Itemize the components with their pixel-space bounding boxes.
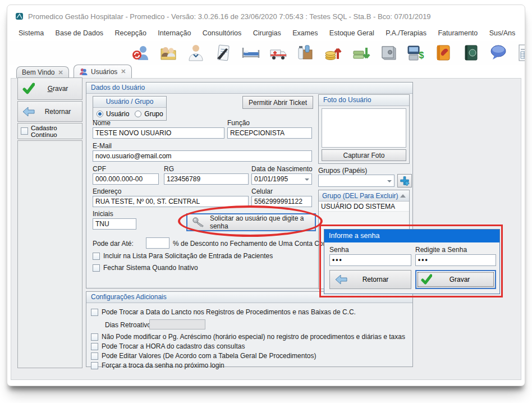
tab-close-icon[interactable]: ✕ [121, 68, 126, 75]
radio-usuario[interactable]: Usuário [97, 110, 129, 118]
tab-label: Bem Vindo [22, 68, 54, 76]
config-row: Pode Trocar a HORA do cadastro das consu… [91, 342, 245, 350]
retornar-button[interactable]: Retornar [17, 101, 82, 122]
doctor-icon[interactable] [186, 43, 205, 62]
chevron-down-icon[interactable] [305, 178, 309, 181]
funcao-label: Função [227, 119, 250, 127]
grupos-combo[interactable] [318, 175, 395, 187]
dias-retroativos-input [149, 319, 205, 329]
menu-pa-terapias[interactable]: P.A./Terapias [386, 29, 426, 37]
expense-down-icon[interactable] [351, 43, 370, 62]
grupo-list-header[interactable]: Grupo (DEL Para Excluir) [319, 190, 409, 202]
redigite-senha-input[interactable]: ••• [415, 254, 496, 266]
radio-grupo-label: Grupo [144, 110, 163, 118]
email-input[interactable]: novo.usuario@email.com [93, 150, 312, 162]
rg-input[interactable]: 123456789 [164, 173, 249, 185]
radio-grupo[interactable]: Grupo [135, 110, 163, 118]
sync-users-icon[interactable] [131, 43, 150, 62]
menu-consultorios[interactable]: Consultórios [203, 29, 241, 37]
menu-internacao[interactable]: Internação [158, 29, 191, 37]
app-window: Promedico Gestão Hospitalar - Promedico … [7, 4, 525, 386]
add-group-button[interactable] [397, 174, 412, 187]
window-titlebar: Promedico Gestão Hospitalar - Promedico … [15, 11, 431, 22]
desconto-prefix-label: Pode dar Até: [93, 240, 134, 248]
tab-bem-vindo[interactable]: Bem Vindo ✕ [16, 66, 69, 78]
phonebook-icon[interactable] [434, 43, 453, 62]
config-row: Pode Editar Valores (De Acordo com a Tab… [91, 352, 316, 360]
iniciais-label: Iniciais [93, 210, 113, 218]
menu-sistema[interactable]: Sistema [19, 29, 44, 37]
cadastro-continuo-checkbox[interactable] [21, 127, 28, 135]
dialog-retornar-label: Retornar [348, 276, 403, 283]
foto-usuario-header: Foto do Usuário [319, 95, 409, 106]
safe-icon[interactable] [379, 43, 398, 62]
fechar-sistema-label: Fechar Sistema Quando Inativo [103, 264, 198, 272]
senha-input[interactable]: ••• [329, 254, 411, 266]
menu-exames[interactable]: Exames [292, 29, 318, 37]
retornar-label: Retornar [39, 108, 76, 116]
config-checkbox-2[interactable] [91, 343, 98, 350]
menu-sus-ans[interactable]: Sus/Ans [489, 29, 516, 37]
capturar-foto-button[interactable]: Capturar Foto [322, 149, 406, 161]
pharmacy-icon[interactable] [296, 43, 315, 62]
nome-input[interactable]: TESTE NOVO USUARIO [93, 127, 224, 139]
config-checkbox-0[interactable] [91, 309, 98, 316]
dados-usuario-header: Dados do Usuário [86, 83, 412, 94]
fechar-sistema-checkbox[interactable] [93, 264, 100, 272]
solicitar-senha-label: Solicitar ao usuário que digite a senha [210, 214, 315, 230]
celular-input[interactable]: 5562999991122 [251, 196, 312, 207]
config-row: Forçar a troca da senha no próximo login [91, 361, 224, 369]
dialog-gravar-button[interactable]: Gravar [415, 270, 496, 289]
grupo-list-item[interactable]: USUÁRIO DO SISTEMA [319, 202, 409, 212]
iniciais-input[interactable]: TNU [93, 218, 136, 230]
config-adicionais-group: Configurações Adicionais Pode Trocar a D… [86, 291, 413, 367]
incluir-lista-label: Incluir na Lista Para Solicitação de Ent… [103, 252, 273, 260]
billing-calculator-icon[interactable]: $ [406, 43, 425, 62]
menu-faturamento[interactable]: Faturamento [438, 29, 478, 37]
svg-text:$: $ [419, 51, 424, 60]
toolbar: $ [7, 41, 525, 66]
endereco-input[interactable]: RUA TESTE, Nº 00, ST. CENTRAL [93, 196, 249, 207]
ledger-book-icon[interactable] [461, 43, 480, 62]
radio-usuario-label: Usuário [106, 110, 129, 118]
dialog-titlebar: Informe a senha [324, 230, 499, 242]
chevron-down-icon[interactable] [387, 180, 392, 182]
config-checkbox-1[interactable] [91, 333, 98, 341]
desconto-suffix-label: % de Desconto no Fechamento de Uma Conta… [173, 240, 341, 248]
revenue-up-icon[interactable] [324, 43, 343, 62]
gravar-label: Gravar [39, 85, 76, 93]
report-icon[interactable] [516, 43, 525, 62]
tab-close-icon[interactable]: ✕ [58, 69, 63, 76]
dialog-gravar-label: Gravar [432, 276, 487, 283]
cpf-input[interactable]: 000.000.000-00 [93, 173, 159, 185]
incluir-lista-checkbox[interactable] [93, 253, 100, 260]
permitir-abrir-ticket-button[interactable]: Permitir Abrir Ticket [242, 96, 313, 109]
menu-recepcao[interactable]: Recepção [115, 29, 146, 37]
menu-estoque-geral[interactable]: Estoque Geral [329, 29, 374, 37]
funcao-input[interactable]: RECEPCIONISTA [227, 127, 312, 139]
config-label-2: Pode Trocar a HORA do cadastro das consu… [102, 342, 245, 350]
menu-cirurgias[interactable]: Cirurgias [253, 29, 281, 37]
config-checkbox-4[interactable] [91, 362, 98, 369]
gravar-button[interactable]: Gravar [17, 77, 82, 100]
nascimento-combo[interactable]: 01/01/1995 [251, 173, 312, 185]
config-row: Não Pode modificar o Pg. Acréscimo (horá… [91, 333, 405, 341]
hospital-bed-icon[interactable] [241, 43, 260, 62]
ambulance-icon[interactable] [269, 43, 288, 62]
dialog-retornar-button[interactable]: Retornar [329, 270, 411, 289]
check-icon [22, 83, 35, 95]
patients-folder-icon[interactable] [159, 43, 178, 62]
menu-base-de-dados[interactable]: Base de Dados [56, 29, 103, 37]
foto-usuario-group: Foto do Usuário Capturar Foto [318, 94, 410, 164]
chat-icon[interactable] [489, 43, 508, 62]
usuario-grupo-title: Usuário / Grupo [93, 97, 166, 108]
tab-usuarios[interactable]: Usuários ✕ [74, 65, 132, 78]
desconto-input[interactable] [146, 237, 169, 249]
grupos-label: Grupos (Papéis) [318, 167, 367, 175]
prescription-icon[interactable] [214, 43, 233, 62]
config-checkbox-3[interactable] [91, 352, 98, 360]
menubar: Sistema Base de Dados Recepção Internaçã… [19, 28, 525, 40]
solicitar-senha-button[interactable]: Solicitar ao usuário que digite a senha [186, 213, 316, 231]
config-label-1: Não Pode modificar o Pg. Acréscimo (horá… [102, 333, 405, 341]
cadastro-continuo-row: Cadastro Contínuo [17, 123, 82, 139]
